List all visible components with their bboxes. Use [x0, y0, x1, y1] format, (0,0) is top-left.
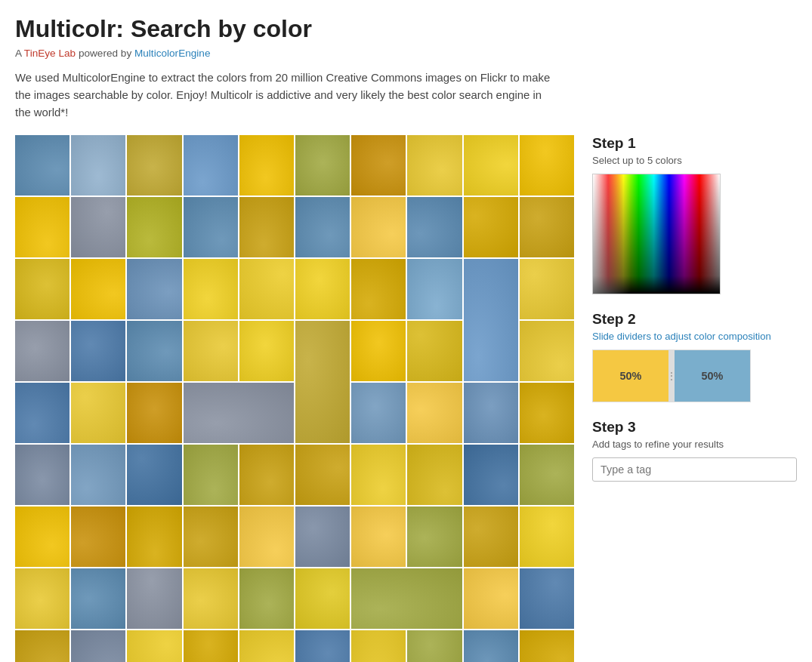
color-bar-blue[interactable]: 50%	[675, 350, 750, 402]
grid-cell[interactable]	[239, 445, 294, 505]
grid-cell[interactable]	[71, 630, 125, 662]
grid-cell[interactable]	[184, 507, 238, 567]
grid-cell[interactable]	[295, 445, 350, 505]
grid-cell[interactable]	[184, 321, 238, 381]
grid-cell[interactable]	[127, 568, 181, 629]
step3-subtitle: Add tags to refine your results	[592, 439, 797, 450]
color-bar-yellow[interactable]: 50%	[593, 350, 668, 402]
right-panel: Step 1 Select up to 5 colors Step 2 Slid…	[592, 135, 797, 498]
grid-cell[interactable]	[184, 197, 238, 257]
grid-cell[interactable]	[295, 630, 350, 662]
grid-cell[interactable]	[127, 259, 181, 319]
grid-cell[interactable]	[127, 383, 181, 443]
grid-cell[interactable]	[295, 507, 350, 567]
step2-link[interactable]: Slide dividers to adjust color compositi…	[592, 331, 771, 342]
grid-cell[interactable]	[295, 568, 350, 629]
grid-cell[interactable]	[239, 259, 294, 319]
grid-cell[interactable]	[407, 321, 462, 381]
grid-cell[interactable]	[15, 507, 69, 567]
grid-cell[interactable]	[15, 259, 69, 319]
grid-cell[interactable]	[15, 383, 69, 443]
color-composition-bars[interactable]: 50% ⋮ 50%	[592, 349, 751, 402]
grid-cell[interactable]	[239, 197, 294, 257]
grid-cell[interactable]	[127, 135, 181, 196]
grid-cell[interactable]	[184, 259, 238, 319]
grid-cell[interactable]	[351, 568, 462, 629]
multicolor-engine-link[interactable]: MulticolorEngine	[134, 48, 211, 59]
grid-cell[interactable]	[239, 135, 294, 196]
grid-cell[interactable]	[239, 321, 294, 381]
grid-cell[interactable]	[351, 383, 406, 443]
grid-cell[interactable]	[71, 259, 125, 319]
grid-cell[interactable]	[184, 630, 238, 662]
grid-cell[interactable]	[407, 383, 462, 443]
grid-cell[interactable]	[127, 321, 181, 381]
grid-cell[interactable]	[295, 197, 350, 257]
tag-input[interactable]	[592, 457, 797, 482]
grid-cell[interactable]	[407, 507, 462, 567]
grid-cell[interactable]	[351, 259, 406, 319]
grid-cell[interactable]	[464, 259, 518, 381]
grid-cell[interactable]	[295, 259, 350, 319]
grid-cell[interactable]	[407, 259, 462, 319]
grid-cell[interactable]	[407, 135, 462, 196]
color-picker[interactable]	[592, 174, 721, 294]
grid-cell[interactable]	[127, 507, 181, 567]
grid-cell[interactable]	[239, 507, 294, 567]
grid-cell[interactable]	[351, 507, 406, 567]
grid-cell[interactable]	[15, 630, 69, 662]
color-bar-divider[interactable]: ⋮	[668, 350, 675, 402]
grid-cell[interactable]	[127, 197, 181, 257]
grid-cell[interactable]	[520, 135, 574, 196]
grid-cell[interactable]	[407, 197, 462, 257]
grid-cell[interactable]	[239, 568, 294, 629]
grid-cell[interactable]	[407, 630, 462, 662]
grid-cell[interactable]	[71, 507, 125, 567]
grid-cell[interactable]	[407, 445, 462, 505]
grid-cell[interactable]	[464, 197, 518, 257]
grid-cell[interactable]	[464, 135, 518, 196]
grid-cell[interactable]	[127, 630, 181, 662]
grid-cell[interactable]	[239, 630, 294, 662]
grid-cell[interactable]	[520, 568, 574, 629]
grid-cell[interactable]	[520, 445, 574, 505]
grid-cell[interactable]	[464, 383, 518, 443]
grid-cell[interactable]	[71, 135, 125, 196]
grid-cell[interactable]	[351, 445, 406, 505]
subtitle-prefix: A	[15, 48, 24, 59]
grid-cell[interactable]	[464, 568, 518, 629]
tineye-link[interactable]: TinEye Lab	[24, 48, 76, 59]
grid-cell[interactable]	[351, 197, 406, 257]
grid-cell[interactable]	[184, 568, 238, 629]
grid-cell[interactable]	[71, 383, 125, 443]
grid-cell[interactable]	[295, 321, 350, 443]
grid-cell[interactable]	[184, 445, 238, 505]
grid-cell[interactable]	[71, 321, 125, 381]
grid-cell[interactable]	[464, 445, 518, 505]
grid-cell[interactable]	[15, 568, 69, 629]
grid-cell[interactable]	[295, 135, 350, 196]
color-bar-yellow-label: 50%	[620, 370, 642, 382]
grid-cell[interactable]	[71, 197, 125, 257]
grid-cell[interactable]	[520, 321, 574, 381]
grid-cell[interactable]	[184, 135, 238, 196]
grid-cell[interactable]	[127, 445, 181, 505]
grid-cell[interactable]	[464, 630, 518, 662]
grid-cell[interactable]	[520, 507, 574, 567]
grid-cell[interactable]	[351, 630, 406, 662]
grid-cell[interactable]	[15, 135, 69, 196]
grid-cell[interactable]	[184, 383, 294, 443]
grid-cell[interactable]	[351, 321, 406, 381]
grid-cell[interactable]	[520, 630, 574, 662]
grid-cell[interactable]	[464, 507, 518, 567]
subtitle-middle: powered by	[76, 48, 134, 59]
grid-cell[interactable]	[15, 197, 69, 257]
grid-cell[interactable]	[15, 321, 69, 381]
grid-cell[interactable]	[15, 445, 69, 505]
grid-cell[interactable]	[520, 259, 574, 319]
grid-cell[interactable]	[520, 197, 574, 257]
grid-cell[interactable]	[351, 135, 406, 196]
grid-cell[interactable]	[71, 445, 125, 505]
grid-cell[interactable]	[520, 383, 574, 443]
grid-cell[interactable]	[71, 568, 125, 629]
